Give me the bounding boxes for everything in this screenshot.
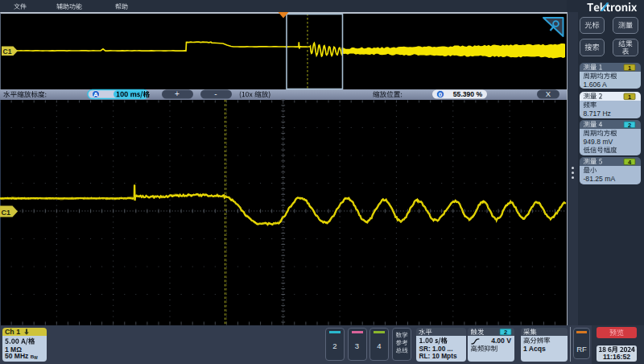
svg-text:2: 2 [628,122,631,129]
svg-text:4.00 V: 4.00 V [491,337,511,345]
svg-text:949.8 mV: 949.8 mV [584,138,613,146]
svg-text:RL: 10 Mpts: RL: 10 Mpts [419,352,457,360]
svg-text:RF: RF [576,345,587,354]
svg-text:Ch 1: Ch 1 [5,328,20,336]
svg-text:1: 1 [628,64,631,72]
svg-text:-81.25 mA: -81.25 mA [584,175,616,183]
svg-text:1 Acqs: 1 Acqs [523,345,546,353]
svg-text:8.717 Hz: 8.717 Hz [584,110,611,118]
svg-text:2: 2 [504,329,507,336]
svg-text:1.606 A: 1.606 A [584,81,607,89]
svg-text:1: 1 [628,93,631,101]
svg-text:11:16:52: 11:16:52 [603,353,630,361]
svg-text:50 MHz BW: 50 MHz BW [5,352,38,360]
